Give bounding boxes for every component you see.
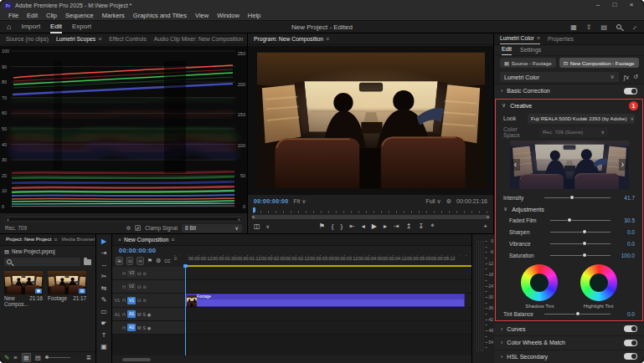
look-preview[interactable]: ‹ ›	[510, 141, 629, 189]
basic-correction-toggle[interactable]	[624, 88, 637, 95]
mute-icon[interactable]: M	[137, 312, 141, 317]
button-editor-icon[interactable]: +	[483, 222, 487, 230]
menu-item[interactable]: Markers	[98, 12, 129, 19]
scope-settings-wrench-icon[interactable]: ⚙	[126, 225, 131, 232]
pen-tool-icon[interactable]: ✎	[101, 296, 107, 304]
adjustments-header[interactable]: ∨ Adjustments	[496, 204, 642, 215]
type-tool-icon[interactable]: T	[102, 331, 106, 339]
project-item-sequence[interactable]: ▣ New Compos... 21:16	[4, 271, 43, 307]
sharpen-value[interactable]: 0.0	[615, 229, 635, 235]
razor-tool-icon[interactable]: ✂	[101, 273, 107, 280]
faded-film-value[interactable]: 30.5	[615, 217, 635, 223]
eye-icon[interactable]: ⊙	[142, 271, 146, 276]
export-frame-icon[interactable]: ⌖	[430, 222, 435, 230]
source-patch-audio[interactable]: A1	[114, 312, 121, 317]
comparison-view-icon[interactable]: ◫	[254, 222, 260, 230]
timeline-playhead[interactable]	[185, 267, 186, 355]
tab-export[interactable]: Export	[72, 21, 91, 33]
project-item-footage[interactable]: ▤ Footage 21:17	[48, 271, 86, 301]
track-name[interactable]: V1	[127, 297, 136, 304]
linked-selection-icon[interactable]: ∞	[137, 257, 143, 265]
menu-item[interactable]: Help	[244, 12, 265, 19]
section-color-wheels-match[interactable]: › Color Wheels & Match	[494, 335, 644, 349]
tab-sequence[interactable]: × New Composition ≡	[118, 234, 174, 246]
track-name[interactable]: A2	[127, 324, 136, 331]
step-forward-icon[interactable]: ▸	[384, 222, 387, 230]
lock-icon[interactable]: ⊓	[122, 284, 126, 289]
track-name[interactable]: A1	[127, 310, 136, 318]
track-name[interactable]: V2	[127, 283, 136, 290]
thumbnail-zoom-slider[interactable]	[45, 357, 70, 358]
panel-menu-icon[interactable]: ≡	[171, 234, 174, 245]
intensity-value[interactable]: 41.7	[615, 195, 635, 201]
nest-toggle-icon[interactable]: ⊞	[116, 257, 123, 265]
creative-header[interactable]: ∨ Creative 1	[496, 100, 642, 112]
lock-icon[interactable]: ⊓	[122, 271, 126, 276]
project-writable-icon[interactable]: ✎	[4, 354, 9, 361]
subtab-edit[interactable]: Edit	[502, 44, 512, 55]
track-target-icon[interactable]: ⊟	[137, 271, 141, 276]
minimize-icon[interactable]: –	[590, 0, 606, 11]
play-icon[interactable]: ▶	[372, 222, 377, 230]
sort-icon[interactable]: ≣	[86, 354, 91, 361]
mic-icon[interactable]: ◉	[147, 325, 152, 330]
home-icon[interactable]: ⌂	[7, 23, 11, 31]
go-to-in-icon[interactable]: ⇤	[349, 222, 355, 230]
selection-tool-icon[interactable]: ▶	[101, 238, 106, 245]
zoom-level-select[interactable]: Fit ∨	[293, 198, 306, 205]
reset-effect-icon[interactable]: ↺	[633, 74, 638, 80]
composition-footage-button[interactable]: ⊡ New Composition - Footage	[559, 58, 639, 68]
sharpen-slider[interactable]	[550, 232, 611, 233]
captions-icon[interactable]: CC	[164, 258, 170, 263]
mark-in-icon[interactable]: {	[332, 222, 334, 230]
icon-view-icon[interactable]: ▦	[22, 353, 31, 362]
timeline-settings-wrench-icon[interactable]: ⚙	[156, 258, 161, 264]
shadow-tint-wheel[interactable]	[521, 264, 558, 301]
eye-icon[interactable]: ⊙	[142, 284, 146, 289]
tint-balance-slider[interactable]	[544, 314, 611, 314]
lock-icon[interactable]: ⊓	[122, 312, 126, 317]
menu-item[interactable]: Clip	[42, 12, 61, 19]
clamp-signal-checkbox[interactable]: ✓	[135, 225, 141, 231]
next-look-icon[interactable]: ›	[619, 159, 627, 171]
panel-menu-icon[interactable]: ≡	[98, 33, 101, 44]
audio-meters-panel[interactable]: 0-6-12-18-24-30-36-42-48-54	[472, 234, 494, 363]
solo-icon[interactable]: S	[142, 325, 145, 330]
track-v2[interactable]: ⊓V2⊟⊙	[112, 280, 471, 294]
source-footage-button[interactable]: ▤ Source - Footage	[500, 58, 556, 68]
lock-icon[interactable]: ⊓	[122, 325, 126, 330]
go-to-out-icon[interactable]: ⇥	[394, 222, 399, 230]
timeline-scrollbar[interactable]	[112, 355, 471, 363]
look-select[interactable]: Fuji REALA 500D Kodak 2393 (by Adobe) ∨	[528, 114, 635, 124]
step-back-icon[interactable]: ◂	[362, 222, 365, 230]
tab-project[interactable]: Project: New Project ≡	[6, 234, 57, 246]
menu-item[interactable]: Sequence	[61, 12, 98, 19]
maximize-icon[interactable]: □	[606, 0, 623, 11]
color-wheels-toggle[interactable]	[624, 340, 637, 346]
tab-media-browser[interactable]: Media Browser	[61, 234, 95, 246]
track-select-tool-icon[interactable]: ⇥	[101, 249, 107, 257]
saturation-slider[interactable]	[550, 255, 611, 256]
scope-brightness-slider[interactable]	[4, 217, 243, 222]
panel-menu-icon[interactable]: ≡	[537, 33, 540, 43]
workspaces-icon[interactable]: ▦	[570, 23, 577, 31]
rectangle-tool-icon[interactable]: ▭	[100, 308, 107, 315]
eye-icon[interactable]: ⊙	[142, 298, 146, 303]
hand-tool-icon[interactable]: ☛	[100, 320, 106, 327]
panel-menu-icon[interactable]: ≡	[54, 234, 57, 245]
add-marker-icon[interactable]: ⚑	[147, 258, 152, 264]
section-hsl-secondary[interactable]: › HSL Secondary	[494, 350, 644, 363]
search-icon[interactable]	[616, 24, 621, 29]
program-settings-wrench-icon[interactable]: ⚙	[446, 198, 451, 205]
tint-balance-value[interactable]: 0.0	[615, 311, 635, 317]
track-a2[interactable]: ⊓A2MS◉	[112, 321, 471, 335]
search-input[interactable]	[4, 258, 80, 266]
list-view-icon[interactable]: ≡	[13, 354, 17, 361]
tab-effect-controls[interactable]: Effect Controls	[109, 33, 146, 45]
previous-look-icon[interactable]: ‹	[512, 159, 520, 171]
program-playhead[interactable]	[253, 207, 255, 212]
fullscreen-icon[interactable]: ↔	[629, 22, 639, 32]
tab-lumetri-color[interactable]: Lumetri Color ≡	[500, 33, 540, 44]
track-v1[interactable]: V1⊓V1⊟⊙ Footage	[112, 294, 471, 308]
track-target-icon[interactable]: ⊟	[137, 284, 141, 289]
